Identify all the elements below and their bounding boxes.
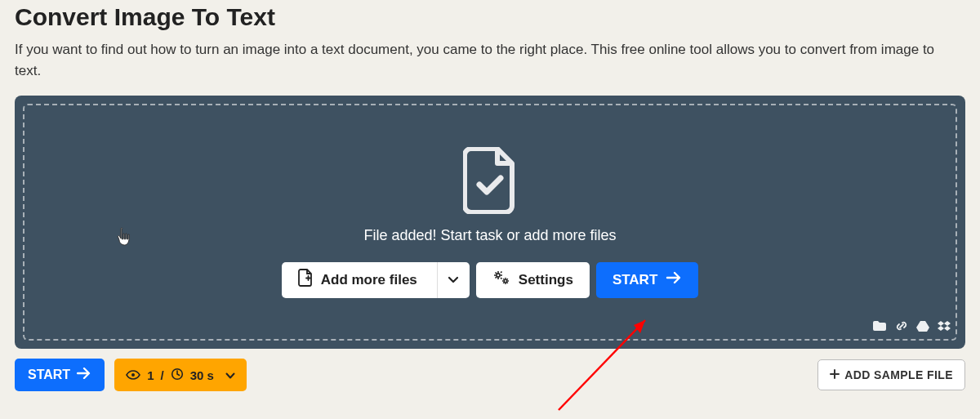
queue-sep: /	[160, 368, 163, 382]
add-more-group: Add more files	[282, 262, 470, 298]
add-more-button[interactable]: Add more files	[282, 262, 437, 298]
bottom-bar: START 1 / 30 s	[15, 359, 965, 391]
start-button[interactable]: START	[596, 262, 698, 298]
add-sample-button[interactable]: ADD SAMPLE FILE	[817, 359, 965, 390]
settings-button[interactable]: Settings	[476, 262, 590, 298]
svg-point-1	[504, 279, 507, 283]
arrow-right-icon	[666, 271, 682, 288]
file-plus-icon	[298, 269, 313, 291]
add-more-label: Add more files	[321, 272, 417, 288]
dropzone[interactable]: File added! Start task or add more files…	[23, 104, 957, 341]
dropzone-actions: Add more files Settings START	[282, 262, 699, 298]
folder-icon[interactable]	[872, 320, 887, 335]
queue-status-button[interactable]: 1 / 30 s	[114, 359, 247, 391]
queue-count: 1	[147, 368, 154, 382]
svg-point-2	[131, 373, 135, 377]
time-value: 30 s	[190, 368, 214, 382]
page-description: If you want to find out how to turn an i…	[15, 39, 962, 81]
add-more-dropdown[interactable]	[437, 262, 470, 298]
chevron-down-icon	[448, 272, 459, 288]
bottom-start-label: START	[28, 368, 70, 382]
file-check-icon	[463, 147, 517, 217]
svg-point-0	[497, 274, 500, 277]
start-label: START	[612, 272, 657, 288]
dropzone-source-icons	[872, 319, 951, 336]
link-icon[interactable]	[895, 319, 908, 336]
bottom-start-button[interactable]: START	[15, 359, 105, 391]
google-drive-icon[interactable]	[916, 320, 929, 335]
settings-label: Settings	[519, 272, 573, 288]
dropzone-panel: File added! Start task or add more files…	[15, 96, 965, 349]
plus-icon	[830, 368, 840, 381]
add-sample-label: ADD SAMPLE FILE	[844, 368, 953, 381]
dropbox-icon[interactable]	[938, 320, 951, 335]
eye-icon	[126, 368, 140, 382]
page-title: Convert Image To Text	[15, 3, 965, 31]
dropzone-status: File added! Start task or add more files	[363, 227, 616, 244]
gears-icon	[492, 270, 510, 290]
clock-icon	[171, 368, 184, 383]
arrow-right-icon	[77, 368, 91, 382]
chevron-down-icon	[225, 368, 235, 382]
